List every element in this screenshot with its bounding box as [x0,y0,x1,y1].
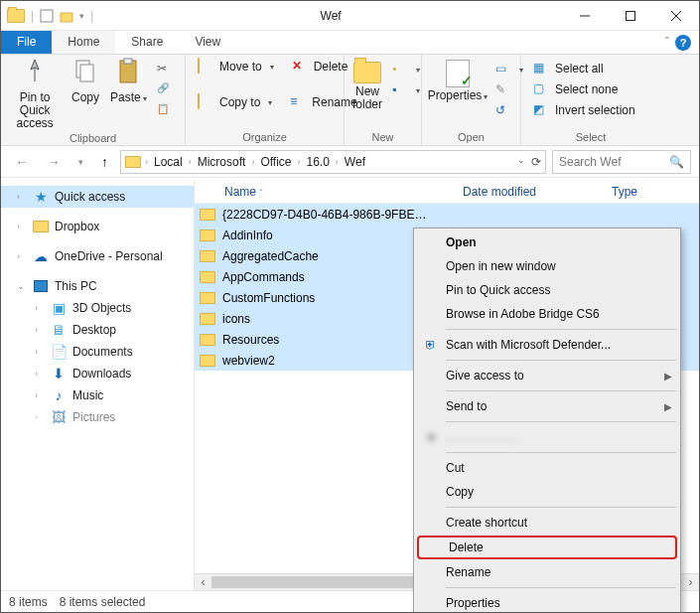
sidebar-dropbox[interactable]: ›Dropbox [1,216,194,237]
properties-button[interactable]: Properties▾ [430,58,486,103]
ctx-blurred-item[interactable]: ■……………… [416,425,678,449]
breadcrumb[interactable]: › Local› Microsoft› Office› 16.0› Wef ⌄⟳ [120,150,546,174]
qat-folder-icon [7,9,25,23]
group-clipboard-label: Clipboard [9,130,177,146]
minimize-button[interactable] [562,1,608,31]
refresh-icon[interactable]: ⟳ [531,155,541,169]
sidebar-pictures[interactable]: ›🖼Pictures [1,406,194,428]
column-date[interactable]: Date modified [463,185,612,199]
sidebar-onedrive[interactable]: ›☁OneDrive - Personal [1,245,194,267]
ctx-give-access-to[interactable]: Give access to▶ [416,364,678,387]
ctx-rename[interactable]: Rename [416,560,678,584]
ctx-browse-bridge[interactable]: Browse in Adobe Bridge CS6 [416,302,678,326]
folder-icon [200,250,215,262]
qat-divider2: | [90,9,93,23]
qat-dropdown-icon[interactable]: ▾ [79,11,84,21]
crumb-microsoft[interactable]: Microsoft [196,155,248,169]
qat-open-folder-icon[interactable] [60,9,73,23]
desktop-icon: 🖥 [51,322,67,338]
cloud-icon: ☁ [33,248,49,264]
nav-recent-dropdown[interactable]: ▾ [72,157,89,167]
new-folder-button[interactable]: New folder [352,58,382,111]
nav-forward-button: → [41,154,67,170]
folder-icon [200,209,215,221]
crumb-wef[interactable]: Wef [343,155,367,169]
tab-file[interactable]: File [1,31,52,54]
paste-button[interactable]: Paste▾ [110,58,147,105]
ctx-properties[interactable]: Properties [416,591,678,613]
navigation-pane[interactable]: ›★Quick access ›Dropbox ›☁OneDrive - Per… [1,180,195,590]
new-item-button[interactable]: ▪▾ [388,61,424,78]
addr-dropdown-icon[interactable]: ⌄ [517,155,525,169]
svg-rect-7 [80,65,93,81]
close-button[interactable] [653,1,699,31]
ribbon-collapse-icon[interactable]: ˆ [665,36,669,50]
ctx-send-to[interactable]: Send to▶ [416,394,678,418]
nav-up-button[interactable]: ↑ [95,154,114,170]
shield-icon: ⛨ [422,338,440,352]
crumb-office[interactable]: Office [258,155,293,169]
list-item[interactable]: {2228CD97-D4B0-46B4-986B-9FBE… [195,204,699,225]
sidebar-3d-objects[interactable]: ›▣3D Objects [1,297,194,319]
separator [446,421,676,422]
move-to-button[interactable]: Move to▾ [194,58,278,76]
sidebar-desktop[interactable]: ›🖥Desktop [1,319,194,341]
folder-icon [125,156,141,168]
column-name[interactable]: Name ˆ [195,185,463,199]
ctx-create-shortcut[interactable]: Create shortcut [416,511,678,535]
chevron-down-icon[interactable]: ▾ [484,92,488,101]
pin-to-quick-access-button[interactable]: Pin to Quick access [9,58,61,130]
sidebar-documents[interactable]: ›📄Documents [1,341,194,363]
sidebar-quick-access[interactable]: ›★Quick access [1,186,194,208]
ctx-open[interactable]: Open [416,230,678,254]
ctx-scan-defender[interactable]: ⛨Scan with Microsoft Defender... [416,333,678,357]
search-input[interactable]: Search Wef 🔍 [552,150,691,174]
easy-access-button[interactable]: ▪▾ [388,81,424,99]
separator [446,360,676,361]
scroll-left-icon[interactable]: ‹ [195,575,211,589]
scroll-right-icon[interactable]: › [682,575,699,589]
tab-home[interactable]: Home [52,31,115,54]
ctx-pin-quick-access[interactable]: Pin to Quick access [416,278,678,302]
tab-share[interactable]: Share [115,31,179,54]
nav-back-button[interactable]: ← [9,154,35,170]
separator [446,390,676,391]
tab-view[interactable]: View [179,31,236,54]
copy-button[interactable]: Copy [67,58,103,104]
select-all-button[interactable]: ▦Select all [529,60,639,77]
invert-selection-button[interactable]: ◩Invert selection [529,101,639,119]
crumb-local[interactable]: Local [152,155,185,169]
column-type[interactable]: Type [612,185,699,199]
qat-checkbox-icon[interactable] [40,9,54,23]
svg-rect-1 [61,13,72,22]
cube-icon: ▣ [51,300,67,316]
scrollbar-thumb[interactable] [211,576,428,588]
sidebar-this-pc[interactable]: ⌄This PC [1,275,194,297]
maximize-button[interactable] [608,1,653,31]
ctx-open-new-window[interactable]: Open in new window [416,254,678,278]
crumb-16[interactable]: 16.0 [305,155,332,169]
context-menu: Open Open in new window Pin to Quick acc… [413,228,681,613]
copy-path-button[interactable]: 🔗 [153,81,177,99]
pc-icon [34,280,48,292]
ctx-delete[interactable]: Delete [417,536,677,559]
separator [446,507,676,508]
folder-icon [200,313,215,325]
group-new-label: New [352,129,413,145]
chevron-down-icon[interactable]: ▾ [143,94,147,103]
ctx-copy[interactable]: Copy [416,480,678,504]
separator [446,329,676,330]
select-none-button[interactable]: ▢Select none [529,80,639,98]
sidebar-downloads[interactable]: ›⬇Downloads [1,363,194,384]
group-select-label: Select [529,129,652,145]
ctx-cut[interactable]: Cut [416,456,678,480]
paste-shortcut-button[interactable]: 📋 [153,102,177,120]
star-icon: ★ [33,189,49,205]
folder-icon [200,230,215,241]
help-icon[interactable]: ? [675,35,691,51]
search-placeholder: Search Wef [559,155,621,169]
copy-to-button[interactable]: Copy to▾ [194,93,276,111]
sidebar-music[interactable]: ›♪Music [1,384,194,406]
group-organize-label: Organize [194,129,336,145]
cut-button[interactable]: ✂ [153,61,177,78]
